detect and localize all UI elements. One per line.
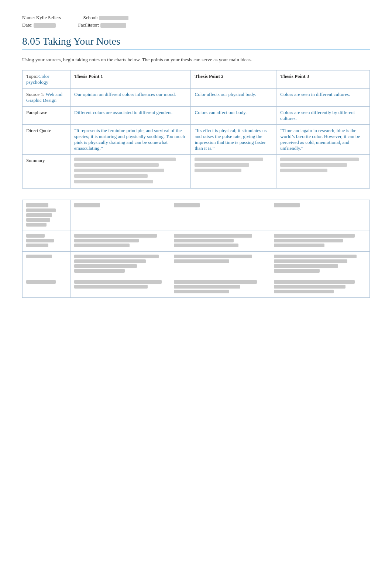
- blur-paraphrase-thesis3: [270, 252, 369, 277]
- paraphrase-row: Paraphrase Different colors are associat…: [23, 107, 370, 125]
- blur-source-thesis1: [71, 231, 170, 252]
- facilitator-label: Facilitator:: [78, 22, 99, 28]
- blur-quote-thesis1: [71, 277, 170, 298]
- source-thesis1-cell: Our opinion on different colors influenc…: [71, 89, 191, 107]
- name-label: Name:: [22, 15, 35, 20]
- paraphrase-thesis1-cell: Different colors are associated to diffe…: [71, 107, 191, 125]
- blur-source-row: [23, 231, 370, 252]
- topic-cell: Topic:Color psychology: [23, 70, 71, 89]
- blur-quote-thesis3: [270, 277, 369, 298]
- quote-thesis3-cell: “Time and again in research, blue is the…: [276, 125, 370, 155]
- source-thesis3-cell: Colors are seen in different cultures.: [276, 89, 370, 107]
- blur-header-row: [23, 200, 370, 231]
- blur-source-thesis2: [170, 231, 270, 252]
- topic-label: Topic:: [26, 73, 38, 79]
- notes-table-1: Topic:Color psychology Thesis Point 1 Th…: [22, 70, 370, 189]
- source-thesis2-cell: Color affects our physical body.: [191, 89, 276, 107]
- date-field: Date:: [22, 22, 56, 28]
- blur-col1-header: [71, 200, 170, 231]
- quote-label-cell: Direct Quote: [23, 125, 71, 155]
- header-section: Name: Kylie Sellers School: Date: Facili…: [22, 15, 370, 28]
- summary-thesis2-cell: [191, 155, 276, 189]
- notes-table-2: [22, 200, 370, 298]
- quote-thesis1-cell: “It represents the feminine principle, a…: [71, 125, 191, 155]
- paraphrase-thesis2-cell: Colors can affect our body.: [191, 107, 276, 125]
- summary-row: Summary: [23, 155, 370, 189]
- date-facilitator-row: Date: Facilitator:: [22, 22, 370, 28]
- blur-paraphrase-thesis2: [170, 252, 270, 277]
- col-thesis2-header: Thesis Point 2: [191, 70, 276, 89]
- school-field: School:: [83, 15, 128, 21]
- name-field: Name: Kylie Sellers: [22, 15, 61, 21]
- blur-quote-label: [23, 277, 71, 298]
- summary-thesis1-cell: [71, 155, 191, 189]
- blur-quote-row: [23, 277, 370, 298]
- quote-row: Direct Quote “It represents the feminine…: [23, 125, 370, 155]
- blur-paraphrase-thesis1: [71, 252, 170, 277]
- source-label-cell: Source 1: Web and Graphic Design: [23, 89, 71, 107]
- quote-thesis2-cell: “Its effect is physical; it stimulates u…: [191, 125, 276, 155]
- summary-label-cell: Summary: [23, 155, 71, 189]
- blur-paraphrase-label: [23, 252, 71, 277]
- name-date-row: Name: Kylie Sellers School:: [22, 15, 370, 21]
- instructions-text: Using your sources, begin taking notes o…: [22, 56, 370, 63]
- col-thesis1-header: Thesis Point 1: [71, 70, 191, 89]
- blur-paraphrase-row: [23, 252, 370, 277]
- date-label: Date:: [22, 22, 32, 28]
- facilitator-field: Facilitator:: [78, 22, 126, 28]
- paraphrase-thesis3-cell: Colors are seen differently by different…: [276, 107, 370, 125]
- summary-thesis3-cell: [276, 155, 370, 189]
- blur-topic-header: [23, 200, 71, 231]
- blur-quote-thesis2: [170, 277, 270, 298]
- source-label: Source 1:: [26, 92, 44, 97]
- col-thesis3-header: Thesis Point 3: [276, 70, 370, 89]
- blur-col3-header: [270, 200, 369, 231]
- paraphrase-label-cell: Paraphrase: [23, 107, 71, 125]
- source-row: Source 1: Web and Graphic Design Our opi…: [23, 89, 370, 107]
- name-value: Kylie Sellers: [36, 15, 61, 20]
- page-title: 8.05 Taking Your Notes: [22, 35, 370, 50]
- blur-source-label: [23, 231, 71, 252]
- blur-source-thesis3: [270, 231, 369, 252]
- header-row: Topic:Color psychology Thesis Point 1 Th…: [23, 70, 370, 89]
- blur-col2-header: [170, 200, 270, 231]
- school-label: School:: [83, 15, 98, 20]
